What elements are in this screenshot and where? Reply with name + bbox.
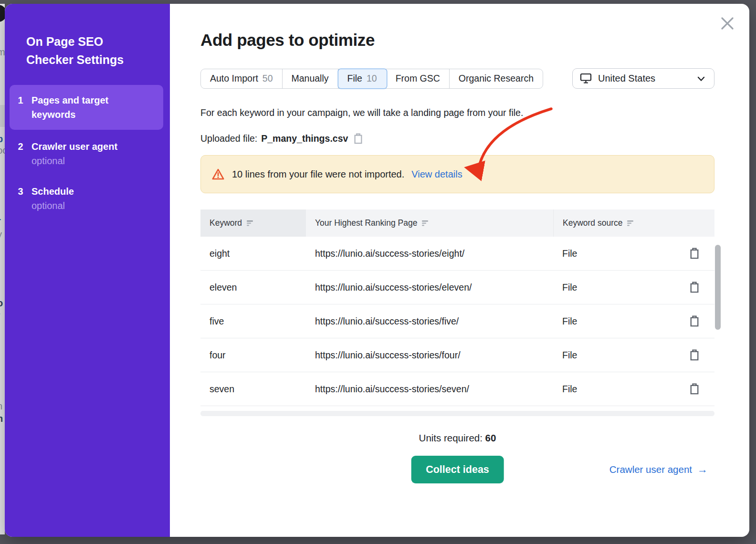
desktop-icon — [580, 73, 592, 84]
steps-list: 1 Pages and target keywords 2 Crawler us… — [5, 85, 170, 220]
column-label: Your Highest Ranking Page — [315, 218, 417, 228]
cell-page-url: https://lunio.ai/success-stories/eight/ — [306, 248, 553, 259]
cell-keyword: eleven — [200, 282, 306, 293]
column-header-source[interactable]: Keyword source — [553, 209, 674, 237]
background-page-sliver: m p oc r y o r n n — [0, 4, 5, 534]
warning-icon — [211, 168, 225, 181]
uploaded-file-row: Uploaded file: P_many_things.csv — [200, 133, 714, 144]
tab-manually[interactable]: Manually — [283, 69, 338, 88]
units-label: Units required: — [419, 432, 483, 443]
view-details-link[interactable]: View details — [411, 169, 462, 180]
sort-icon — [422, 220, 430, 226]
column-label: Keyword source — [563, 218, 622, 228]
step-optional-label: optional — [32, 199, 136, 213]
background-text-fragment: o — [0, 298, 3, 309]
tab-file[interactable]: File 10 — [338, 69, 387, 88]
intro-text: For each keyword in your campaign, we wi… — [200, 107, 714, 118]
step-pages-and-keywords[interactable]: 1 Pages and target keywords — [10, 85, 163, 130]
table-row: eleven https://lunio.ai/success-stories/… — [200, 271, 714, 304]
tab-count: 10 — [367, 73, 377, 84]
cell-page-url: https://lunio.ai/success-stories/seven/ — [306, 384, 553, 395]
cell-source: File — [553, 384, 674, 395]
background-text-fragment: r — [0, 216, 1, 227]
step-number: 3 — [10, 184, 32, 213]
modal-content: Add pages to optimize Auto Import 50 Man… — [170, 4, 749, 537]
table-row: seven https://lunio.ai/success-stories/s… — [200, 372, 714, 406]
tab-auto-import[interactable]: Auto Import 50 — [201, 69, 283, 88]
close-icon[interactable] — [719, 15, 736, 32]
cell-page-url: https://lunio.ai/success-stories/four/ — [306, 350, 553, 361]
cell-keyword: four — [200, 350, 306, 361]
warning-message: 10 lines from your file were not importe… — [232, 169, 404, 180]
units-value: 60 — [485, 432, 496, 443]
uploaded-file-name: P_many_things.csv — [261, 133, 348, 144]
country-select-value: United States — [598, 73, 655, 84]
cell-source: File — [553, 282, 674, 293]
delete-file-icon[interactable] — [354, 133, 363, 144]
cell-page-url: https://lunio.ai/success-stories/eleven/ — [306, 282, 553, 293]
table-header: Keyword Your Highest Ranking Page Keywor… — [200, 209, 714, 237]
tab-from-gsc[interactable]: From GSC — [387, 69, 450, 88]
delete-row-icon[interactable] — [690, 383, 699, 395]
column-header-actions — [674, 209, 714, 237]
sort-icon — [247, 220, 254, 226]
arrow-right-icon: → — [697, 463, 708, 476]
delete-row-icon[interactable] — [690, 248, 699, 259]
background-text-fragment: r — [0, 310, 0, 321]
background-logo-circle — [0, 5, 5, 22]
sort-icon — [627, 220, 635, 226]
cell-keyword: five — [200, 316, 306, 327]
crawler-link-label: Crawler user agent — [609, 464, 692, 475]
cell-source: File — [553, 248, 674, 259]
delete-row-icon[interactable] — [690, 282, 699, 293]
cell-keyword: eight — [200, 248, 306, 259]
background-text-fragment: oc — [0, 145, 5, 156]
background-text-fragment: y — [0, 229, 2, 240]
uploaded-file-label: Uploaded file: — [200, 133, 257, 144]
step-number: 2 — [10, 139, 32, 168]
tab-label: Manually — [292, 73, 329, 84]
background-text-fragment: n — [0, 413, 3, 424]
table-row: eight https://lunio.ai/success-stories/e… — [200, 237, 714, 271]
tab-label: Organic Research — [459, 73, 534, 84]
country-select[interactable]: United States — [572, 68, 714, 89]
tab-label: From GSC — [396, 73, 440, 84]
step-label: Crawler user agent — [32, 139, 136, 154]
cell-keyword: seven — [200, 384, 306, 395]
crawler-user-agent-link[interactable]: Crawler user agent → — [609, 463, 708, 476]
step-crawler-user-agent[interactable]: 2 Crawler user agent optional — [10, 133, 163, 175]
cell-page-url: https://lunio.ai/success-stories/five/ — [306, 316, 553, 327]
column-header-page[interactable]: Your Highest Ranking Page — [306, 209, 553, 237]
background-text-fragment: n — [0, 401, 2, 412]
source-tabs: Auto Import 50 Manually File 10 From GSC… — [200, 69, 543, 89]
background-text-fragment: p — [0, 134, 3, 145]
tab-organic-research[interactable]: Organic Research — [450, 69, 543, 88]
delete-row-icon[interactable] — [690, 349, 699, 361]
step-schedule[interactable]: 3 Schedule optional — [10, 178, 163, 220]
import-warning-banner: 10 lines from your file were not importe… — [200, 155, 714, 193]
background-text-fragment: m — [0, 47, 5, 58]
table-row: five https://lunio.ai/success-stories/fi… — [200, 304, 714, 338]
column-header-keyword[interactable]: Keyword — [200, 209, 306, 237]
tab-label: Auto Import — [210, 73, 258, 84]
table-row: four https://lunio.ai/success-stories/fo… — [200, 338, 714, 372]
chevron-down-icon — [696, 73, 706, 84]
vertical-scrollbar[interactable] — [715, 245, 721, 330]
units-required: Units required: 60 — [200, 432, 714, 444]
keywords-table: Keyword Your Highest Ranking Page Keywor… — [200, 209, 714, 406]
cell-source: File — [553, 316, 674, 327]
sidebar-title: On Page SEO Checker Settings — [26, 32, 141, 69]
column-label: Keyword — [210, 218, 242, 228]
tab-label: File — [347, 73, 362, 84]
step-optional-label: optional — [32, 154, 136, 168]
step-label: Pages and target keywords — [32, 93, 136, 122]
page-title: Add pages to optimize — [200, 31, 714, 50]
collect-ideas-button[interactable]: Collect ideas — [411, 456, 504, 483]
horizontal-scrollbar[interactable] — [200, 411, 714, 416]
step-number: 1 — [10, 93, 32, 122]
settings-modal: On Page SEO Checker Settings 1 Pages and… — [5, 4, 749, 537]
delete-row-icon[interactable] — [690, 315, 699, 327]
cell-source: File — [553, 350, 674, 361]
settings-sidebar: On Page SEO Checker Settings 1 Pages and… — [5, 4, 170, 537]
tab-count: 50 — [262, 73, 273, 84]
